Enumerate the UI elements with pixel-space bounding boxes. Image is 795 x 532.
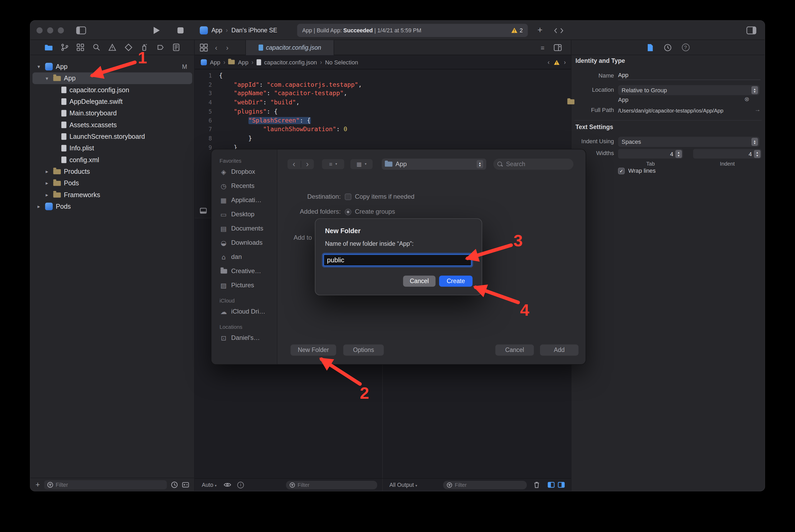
indent-using-popup[interactable]: Spaces ▴▾: [618, 137, 759, 147]
stepper-icon[interactable]: ▴▾: [754, 150, 761, 158]
report-navigator-icon[interactable]: [172, 43, 180, 52]
line-list-icon[interactable]: ≡: [541, 40, 545, 55]
debug-navigator-icon[interactable]: [140, 43, 149, 52]
tree-row-launchscreen-storyboard[interactable]: LaunchScreen.storyboard: [31, 131, 194, 142]
tree-row-app[interactable]: ▾App: [32, 73, 192, 84]
open-path-arrow-icon[interactable]: →: [755, 106, 761, 113]
disclosure-icon[interactable]: ▸: [46, 169, 53, 174]
disclosure-icon[interactable]: ▸: [38, 204, 45, 209]
dialog-search-field[interactable]: Search: [493, 158, 574, 170]
tree-row-config-xml[interactable]: config.xml: [31, 154, 194, 166]
issue-navigator-icon[interactable]: [108, 43, 117, 52]
zoom-button[interactable]: [58, 27, 64, 33]
sidebar-item-daniel-s[interactable]: ⊡Daniel's…: [212, 331, 277, 345]
variables-scope-popup[interactable]: Auto▾: [202, 482, 217, 488]
disclosure-icon[interactable]: ▾: [46, 75, 53, 81]
disclosure-icon[interactable]: ▾: [38, 64, 45, 70]
navigator-toggle-icon[interactable]: [76, 26, 86, 34]
tree-row-pods[interactable]: ▸Pods: [31, 177, 194, 189]
variables-info-icon[interactable]: i: [237, 481, 244, 488]
next-issue-button[interactable]: ›: [564, 59, 566, 66]
tab-width-stepper[interactable]: 4 ▴▾: [618, 149, 683, 159]
editor-tab[interactable]: capacitor.config.json: [246, 40, 334, 55]
sidebar-item-recents[interactable]: ◷Recents: [212, 179, 277, 193]
dialog-add-button[interactable]: Add: [540, 345, 578, 356]
variables-pane-toggle-icon[interactable]: [547, 482, 555, 488]
dialog-nav-buttons[interactable]: ‹ ›: [288, 159, 314, 169]
tree-row-main-storyboard[interactable]: Main.storyboard: [31, 108, 194, 119]
options-button[interactable]: Options: [343, 345, 384, 356]
code-review-icon[interactable]: [554, 27, 564, 34]
sidebar-item-icloud-dri[interactable]: ☁iCloud Dri…: [212, 304, 277, 319]
name-field[interactable]: App: [618, 72, 761, 80]
indent-width-stepper[interactable]: 4 ▴▾: [693, 149, 762, 159]
location-popup[interactable]: Relative to Group ▴▾: [618, 85, 759, 95]
find-navigator-icon[interactable]: [92, 43, 101, 52]
warning-badge[interactable]: 2: [511, 27, 523, 33]
disclosure-icon[interactable]: ▸: [46, 192, 53, 197]
hide-debug-area-icon[interactable]: [200, 208, 207, 214]
modal-create-button[interactable]: Create: [439, 276, 472, 286]
tree-row-capacitor-config-json[interactable]: capacitor.config.json: [31, 84, 194, 96]
console-filter-field[interactable]: Filter: [443, 480, 527, 489]
source-control-navigator-icon[interactable]: [60, 43, 69, 52]
run-destination[interactable]: Dan's iPhone SE: [232, 27, 277, 34]
test-navigator-icon[interactable]: [124, 43, 132, 52]
choose-folder-icon[interactable]: [567, 99, 575, 104]
tree-row-products[interactable]: ▸Products: [31, 166, 194, 177]
jumpbar-item-selection[interactable]: No Selection: [325, 59, 358, 65]
console-pane-toggle-icon[interactable]: [558, 482, 565, 488]
icon-view-button[interactable]: ▦ ▾: [350, 159, 373, 169]
new-folder-button[interactable]: New Folder: [290, 345, 336, 356]
dialog-back-button[interactable]: ‹: [288, 159, 301, 169]
close-button[interactable]: [37, 27, 42, 33]
source-code[interactable]: 1{2 "appId": "com.capacitorjs.testapp",3…: [195, 70, 571, 152]
back-button[interactable]: ‹: [215, 40, 217, 55]
sidebar-item-dan[interactable]: ⌂dan: [212, 250, 277, 264]
recent-files-icon[interactable]: [171, 481, 178, 488]
scheme-selector[interactable]: App › Dan's iPhone SE: [200, 21, 277, 40]
jumpbar-item-file[interactable]: capacitor.config.json: [264, 59, 317, 65]
disclosure-icon[interactable]: ▸: [46, 180, 53, 186]
scm-status-filter-icon[interactable]: [182, 481, 189, 488]
add-item-button[interactable]: +: [36, 480, 40, 489]
inspector-toggle-icon[interactable]: [746, 26, 757, 34]
project-navigator-icon[interactable]: [44, 43, 53, 52]
tree-row-assets-xcassets[interactable]: Assets.xcassets: [31, 119, 194, 131]
sidebar-item-creative[interactable]: Creative…: [212, 264, 277, 278]
sidebar-item-downloads[interactable]: ◒Downloads: [212, 235, 277, 250]
tree-row-app[interactable]: ▾AppM: [31, 61, 194, 72]
previous-issue-button[interactable]: ‹: [547, 59, 549, 66]
run-button[interactable]: [153, 27, 160, 34]
toolbar-plus-button[interactable]: +: [538, 21, 542, 40]
tree-row-info-plist[interactable]: Info.plist: [31, 142, 194, 154]
add-editor-icon[interactable]: [554, 44, 562, 51]
sidebar-item-pictures[interactable]: ▨Pictures: [212, 278, 277, 292]
jumpbar-item-group[interactable]: App: [238, 59, 248, 65]
sidebar-item-dropbox[interactable]: ◈Dropbox: [212, 165, 277, 179]
stop-button[interactable]: [178, 27, 184, 33]
file-inspector-icon[interactable]: [647, 43, 653, 52]
clear-console-trash-icon[interactable]: [534, 481, 540, 488]
list-view-button[interactable]: ≡ ▾: [322, 159, 344, 169]
dialog-forward-button[interactable]: ›: [301, 159, 314, 169]
folder-name-input[interactable]: [324, 254, 472, 266]
sidebar-item-documents[interactable]: ▤Documents: [212, 221, 277, 235]
current-folder-popup[interactable]: App ▴▾: [382, 158, 486, 170]
tree-row-pods[interactable]: ▸Pods: [31, 201, 194, 212]
navigator-filter-field[interactable]: Filter: [44, 480, 167, 489]
variables-filter-field[interactable]: Filter: [286, 480, 377, 489]
jumpbar-item-project[interactable]: App: [210, 59, 220, 65]
dialog-cancel-button[interactable]: Cancel: [495, 345, 534, 356]
copy-items-checkbox[interactable]: [345, 193, 351, 200]
stepper-icon[interactable]: ▴▾: [675, 150, 682, 158]
modal-cancel-button[interactable]: Cancel: [403, 276, 435, 286]
tree-row-appdelegate-swift[interactable]: AppDelegate.swift: [31, 96, 194, 107]
quick-help-inspector-icon[interactable]: ?: [682, 44, 689, 51]
history-inspector-icon[interactable]: [664, 43, 672, 52]
symbol-navigator-icon[interactable]: [76, 43, 85, 52]
forward-button[interactable]: ›: [226, 40, 229, 55]
minimize-button[interactable]: [47, 27, 53, 33]
related-items-icon[interactable]: [200, 44, 208, 52]
breakpoint-navigator-icon[interactable]: [156, 43, 165, 52]
